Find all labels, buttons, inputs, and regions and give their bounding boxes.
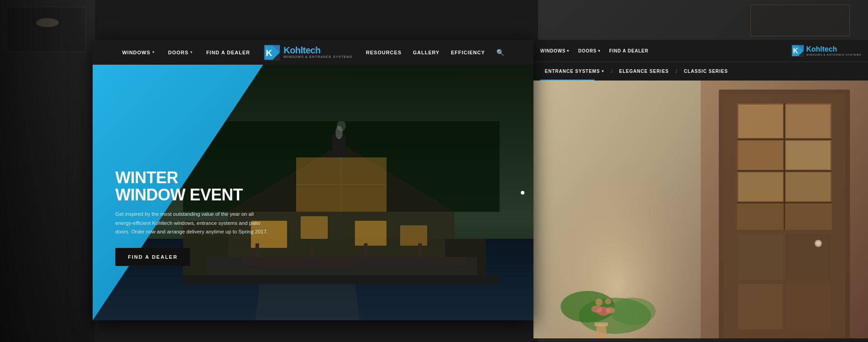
subnav-divider-1: / xyxy=(611,68,612,75)
nav-find-dealer-label: FIND A DEALER xyxy=(206,50,250,55)
subnav-entrance-label: ENTRANCE SYSTEMS xyxy=(545,69,600,74)
svg-rect-62 xyxy=(786,172,830,201)
subnav-divider-2: / xyxy=(676,68,677,75)
subnav-entrance-arrow: ▾ xyxy=(602,69,604,73)
nav-resources-label: RESOURCES xyxy=(366,50,402,55)
svg-rect-20 xyxy=(183,275,500,284)
svg-rect-24 xyxy=(310,243,313,257)
logo-name-prefix: Kohl xyxy=(283,45,302,55)
svg-rect-60 xyxy=(786,141,830,170)
svg-point-45 xyxy=(591,305,602,313)
svg-rect-15 xyxy=(355,221,387,246)
door-left-svg xyxy=(533,81,701,338)
svg-point-42 xyxy=(610,298,656,325)
logo-name: Kohltech xyxy=(283,45,352,55)
svg-rect-65 xyxy=(738,284,783,329)
nav-doors-arrow: ▾ xyxy=(190,50,193,54)
svg-point-48 xyxy=(605,298,611,304)
svg-rect-64 xyxy=(786,234,830,280)
nav-right-group: RESOURCES GALLERY EFFICIENCY 🔍 xyxy=(366,49,504,56)
svg-point-47 xyxy=(595,299,603,306)
door-right-svg xyxy=(701,81,868,338)
find-dealer-button[interactable]: FIND A DEALER xyxy=(115,248,190,266)
subnav-classic-series[interactable]: CLASSIC SERIES xyxy=(679,66,732,76)
search-icon[interactable]: 🔍 xyxy=(496,49,504,56)
svg-text:K: K xyxy=(266,48,273,58)
right-room-header xyxy=(533,0,868,40)
nav-resources[interactable]: RESOURCES xyxy=(366,50,402,55)
svg-rect-14 xyxy=(301,216,328,239)
svg-rect-66 xyxy=(786,284,830,329)
svg-rect-63 xyxy=(738,234,783,280)
svg-point-41 xyxy=(561,291,615,323)
nav-gallery[interactable]: GALLERY xyxy=(413,50,439,55)
nav-doors[interactable]: DOORS ▾ xyxy=(168,50,193,55)
nav-windows-arrow: ▾ xyxy=(152,50,155,54)
slide-dot-1[interactable] xyxy=(521,191,524,195)
hero-title: WINTER WINDOW EVENT xyxy=(115,169,269,204)
nav-left-group: WINDOWS ▾ DOORS ▾ FIND A DEALER xyxy=(122,50,250,55)
svg-text:K: K xyxy=(793,47,798,55)
door-panels xyxy=(533,81,868,338)
svg-rect-22 xyxy=(242,257,468,266)
right-nav-find-dealer-label: FIND A DEALER xyxy=(609,48,648,53)
right-logo-text: Kohltech Windows & Entrance Systems xyxy=(806,45,861,56)
hero-section: WINTER WINDOW EVENT Get inspired by the … xyxy=(93,65,533,320)
subnav-classic-label: CLASSIC SERIES xyxy=(684,69,728,74)
right-nav-doors[interactable]: DOORS ▾ xyxy=(578,48,600,53)
svg-rect-25 xyxy=(364,243,368,257)
right-nav-windows-arrow: ▾ xyxy=(567,49,569,53)
door-panel-right xyxy=(701,81,868,338)
left-shadow xyxy=(0,0,95,342)
svg-rect-43 xyxy=(594,323,608,326)
nav-gallery-label: GALLERY xyxy=(413,50,439,55)
right-nav-windows[interactable]: WINDOWS ▾ xyxy=(540,48,569,53)
logo[interactable]: K Kohltech Windows & Entrance Systems xyxy=(264,44,352,61)
logo-text: Kohltech Windows & Entrance Systems xyxy=(283,45,352,59)
hero-title-line1: WINTER xyxy=(115,169,269,186)
slide-dots xyxy=(521,191,524,195)
main-website: WINDOWS ▾ DOORS ▾ FIND A DEALER K Kohlte… xyxy=(93,40,533,320)
right-logo-suffix: tech xyxy=(822,45,837,53)
right-nav: WINDOWS ▾ DOORS ▾ FIND A DEALER K Kohlte… xyxy=(533,40,868,62)
hero-description: Get inspired by the most outstanding val… xyxy=(115,210,269,237)
subnav-elegance-label: ELEGANCE SERIES xyxy=(619,69,669,74)
logo-name-suffix: tech xyxy=(303,45,321,55)
svg-point-46 xyxy=(606,307,615,314)
nav-windows-label: WINDOWS xyxy=(122,50,151,55)
right-ceiling-detail xyxy=(750,5,850,36)
right-subnav: ENTRANCE SYSTEMS ▾ / ELEGANCE SERIES / C… xyxy=(533,62,868,81)
right-logo-tagline: Windows & Entrance Systems xyxy=(806,53,861,57)
nav-find-dealer[interactable]: FIND A DEALER xyxy=(206,50,250,55)
right-nav-doors-arrow: ▾ xyxy=(598,49,600,53)
logo-tagline: Windows & Entrance Systems xyxy=(283,55,352,59)
svg-point-68 xyxy=(816,241,821,246)
svg-rect-58 xyxy=(786,104,830,138)
subnav-elegance-series[interactable]: ELEGANCE SERIES xyxy=(614,66,673,76)
svg-rect-59 xyxy=(738,141,783,170)
logo-icon: K xyxy=(264,44,280,61)
svg-rect-57 xyxy=(738,104,783,138)
svg-rect-16 xyxy=(400,225,427,246)
right-logo[interactable]: K Kohltech Windows & Entrance Systems xyxy=(791,44,861,57)
door-panel-left xyxy=(533,81,701,338)
hero-content: WINTER WINDOW EVENT Get inspired by the … xyxy=(115,169,269,266)
right-logo-icon: K xyxy=(791,44,804,57)
right-nav-windows-label: WINDOWS xyxy=(540,48,566,53)
nav-efficiency[interactable]: EFFICIENCY xyxy=(451,50,485,55)
nav-doors-label: DOORS xyxy=(168,50,189,55)
right-door-content xyxy=(533,81,868,338)
main-nav: WINDOWS ▾ DOORS ▾ FIND A DEALER K Kohlte… xyxy=(93,40,533,65)
nav-windows[interactable]: WINDOWS ▾ xyxy=(122,50,155,55)
svg-rect-61 xyxy=(738,172,783,201)
right-nav-doors-label: DOORS xyxy=(578,48,597,53)
nav-efficiency-label: EFFICIENCY xyxy=(451,50,485,55)
hero-title-line2: WINDOW EVENT xyxy=(115,186,269,204)
subnav-entrance-systems[interactable]: ENTRANCE SYSTEMS ▾ xyxy=(540,66,609,76)
right-panel: WINDOWS ▾ DOORS ▾ FIND A DEALER K Kohlte… xyxy=(533,40,868,338)
right-nav-find-dealer[interactable]: FIND A DEALER xyxy=(609,48,648,53)
right-logo-prefix: Kohl xyxy=(806,45,822,53)
right-logo-name: Kohltech xyxy=(806,45,861,53)
svg-rect-26 xyxy=(418,243,422,257)
